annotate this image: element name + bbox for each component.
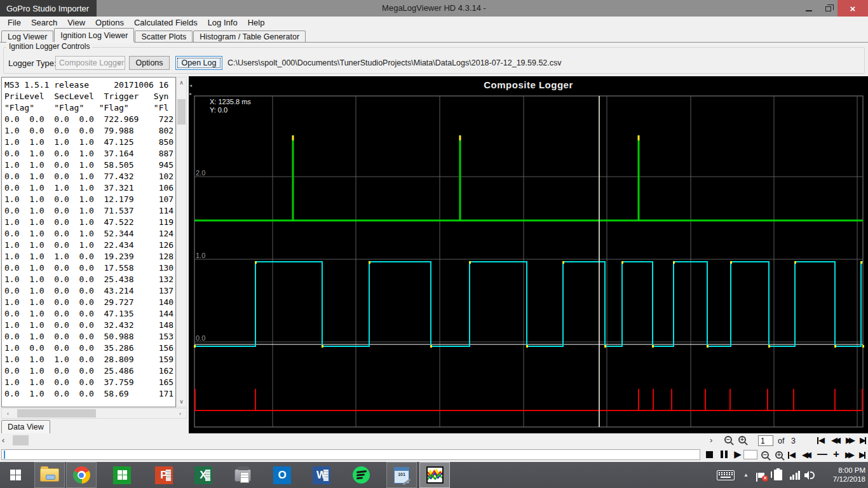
start-button[interactable] bbox=[0, 462, 31, 488]
svg-text:1.0: 1.0 bbox=[196, 252, 205, 259]
powerpoint-icon: P bbox=[155, 466, 173, 484]
table-row: 1.0 1.0 1.0 0.0 28.809 159 bbox=[4, 354, 175, 365]
fax-scanner-icon bbox=[234, 469, 251, 482]
taskbar-item-store[interactable] bbox=[109, 462, 135, 488]
pause-button[interactable] bbox=[717, 449, 730, 460]
table-row: 0.0 1.0 0.0 0.0 25.486 162 bbox=[4, 365, 175, 377]
composite-logger-plot[interactable]: 2.01.00.0 bbox=[189, 76, 868, 433]
taskbar-item-fax-scanner[interactable] bbox=[230, 462, 255, 488]
scrollbar-thumb[interactable] bbox=[177, 99, 186, 125]
table-row: 1.0 1.0 1.0 0.0 19.239 128 bbox=[4, 251, 175, 262]
tab-histogram-table-generator[interactable]: Histogram / Table Generator bbox=[193, 30, 306, 42]
zoom-out-icon[interactable]: − bbox=[761, 451, 769, 459]
log-text-view[interactable]: MS3 1.5.1 release 20171006 16PriLevel Se… bbox=[1, 77, 176, 407]
faster-button[interactable]: + bbox=[830, 449, 843, 460]
vertical-scrollbar[interactable]: ∧ ∨ bbox=[176, 77, 187, 407]
zoom-in-icon[interactable]: + bbox=[775, 451, 783, 459]
tunerstudio-icon: 101 bbox=[394, 467, 409, 484]
close-button[interactable]: × bbox=[837, 0, 868, 17]
tab-scatter-plots[interactable]: Scatter Plots bbox=[135, 30, 193, 42]
table-row: 0.0 0.0 0.0 0.0 722.969 722 bbox=[4, 114, 175, 125]
scroll-left-icon[interactable]: ‹ bbox=[3, 409, 13, 419]
table-row: 1.0 1.0 0.0 0.0 32.432 148 bbox=[4, 320, 175, 331]
scroll-right-icon[interactable]: › bbox=[175, 409, 185, 419]
taskbar-clock[interactable]: 8:00 PM 7/12/2018 bbox=[820, 462, 865, 488]
cursor-readout: X: 1235.8 ms Y: 0.0 bbox=[210, 98, 251, 114]
menu-item-search[interactable]: Search bbox=[26, 18, 62, 27]
taskbar-item-powerpoint[interactable]: P bbox=[151, 462, 177, 488]
table-row: 0.0 1.0 0.0 0.0 17.558 130 bbox=[4, 262, 175, 274]
seek-position[interactable] bbox=[4, 451, 5, 459]
network-signal-icon[interactable] bbox=[787, 462, 803, 488]
scroll-right-icon[interactable]: › bbox=[710, 435, 712, 445]
step-forward-button[interactable]: ▶▶ bbox=[845, 450, 851, 460]
excel-icon: X bbox=[194, 466, 212, 484]
seek-bar[interactable] bbox=[1, 449, 700, 460]
tab-data-view[interactable]: Data View bbox=[1, 420, 50, 433]
horizontal-scrollbar[interactable]: ‹ › bbox=[1, 408, 187, 419]
taskbar-item-outlook[interactable]: O bbox=[269, 462, 295, 488]
taskbar-item-word[interactable]: W bbox=[309, 462, 334, 488]
battery-icon[interactable] bbox=[770, 462, 786, 488]
taskbar-item-chrome[interactable] bbox=[66, 462, 97, 488]
scroll-left-icon[interactable]: ‹ bbox=[2, 435, 4, 445]
menu-item-calculated-fields[interactable]: Calculated Fields bbox=[129, 18, 203, 27]
outlook-icon: O bbox=[273, 466, 291, 484]
table-row: 1.0 1.0 0.0 0.0 37.759 165 bbox=[4, 377, 175, 388]
taskbar-item-tunerstudio[interactable]: 101 bbox=[386, 462, 417, 488]
taskbar-item-file-explorer[interactable] bbox=[34, 462, 65, 488]
tab-ignition-log-viewer[interactable]: Ignition Log Viewer bbox=[54, 28, 134, 42]
cursor-x-value: X: 1235.8 ms bbox=[210, 98, 251, 106]
chevron-down-icon: ∨ bbox=[117, 58, 122, 67]
go-end-button[interactable]: ▶ bbox=[859, 450, 865, 460]
play-button[interactable]: ▶ bbox=[731, 449, 744, 460]
zoom-in-icon[interactable]: + bbox=[738, 436, 746, 444]
touch-keyboard-icon[interactable] bbox=[714, 462, 737, 488]
options-button[interactable]: Options bbox=[129, 56, 170, 70]
taskbar-item-spotify[interactable] bbox=[348, 462, 374, 488]
title-bar: MegaLogViewer HD 4.3.14 - GoPro Studio I… bbox=[0, 0, 868, 17]
logger-type-select[interactable]: Composite Logger ∨ bbox=[55, 56, 125, 70]
first-page-button[interactable]: ◀ bbox=[817, 435, 824, 445]
taskbar-item-megalogviewer[interactable] bbox=[419, 462, 450, 488]
tab-bar: Log ViewerIgnition Log ViewerScatter Plo… bbox=[1, 28, 868, 42]
menu-item-options[interactable]: Options bbox=[90, 18, 129, 27]
scroll-up-icon[interactable]: ∧ bbox=[177, 78, 186, 88]
menu-item-view[interactable]: View bbox=[62, 18, 90, 27]
gopro-window-title[interactable]: GoPro Studio Importer bbox=[0, 0, 97, 17]
logger-type-label: Logger Type: bbox=[8, 58, 57, 68]
restore-button[interactable] bbox=[818, 0, 837, 17]
prev-page-button[interactable]: ◀◀ bbox=[831, 435, 837, 445]
tab-log-viewer[interactable]: Log Viewer bbox=[1, 30, 53, 42]
page-number-input[interactable]: 1 bbox=[758, 435, 773, 446]
open-log-button[interactable]: Open Log bbox=[175, 56, 222, 70]
go-start-button[interactable]: ◀ bbox=[788, 450, 794, 460]
zoom-out-icon[interactable]: − bbox=[724, 436, 732, 444]
scrollbar-thumb[interactable] bbox=[17, 409, 96, 417]
tray-expand-icon[interactable]: ▲ bbox=[739, 462, 753, 488]
table-row: 0.0 1.0 1.0 1.0 37.321 106 bbox=[4, 182, 175, 194]
volume-icon[interactable] bbox=[802, 462, 818, 488]
table-row: 1.0 0.0 0.0 0.0 79.988 802 bbox=[4, 125, 175, 137]
menu-item-file[interactable]: File bbox=[3, 18, 26, 27]
menu-item-log-info[interactable]: Log Info bbox=[203, 18, 243, 27]
table-row: 1.0 1.0 0.0 1.0 47.522 119 bbox=[4, 217, 175, 228]
step-back-button[interactable]: ◀◀ bbox=[802, 450, 808, 460]
next-page-button[interactable]: ▶▶ bbox=[846, 435, 852, 445]
action-center-flag-icon[interactable]: ✕ bbox=[754, 462, 769, 488]
taskbar-item-excel[interactable]: X bbox=[191, 462, 216, 488]
menu-item-help[interactable]: Help bbox=[243, 18, 270, 27]
slower-button[interactable]: — bbox=[816, 449, 829, 460]
minimize-button[interactable] bbox=[799, 0, 818, 17]
last-page-button[interactable]: ▶ bbox=[860, 435, 866, 445]
word-icon: W bbox=[313, 466, 330, 484]
scrollbar-thumb[interactable] bbox=[13, 435, 29, 445]
chrome-icon bbox=[73, 466, 90, 484]
table-row: 0.0 1.0 0.0 1.0 71.537 114 bbox=[4, 205, 175, 217]
windows-logo-icon bbox=[10, 470, 21, 480]
clock-time: 8:00 PM bbox=[820, 466, 865, 475]
table-row: 0.0 1.0 0.0 1.0 37.164 887 bbox=[4, 148, 175, 159]
scroll-down-icon[interactable]: ∨ bbox=[177, 396, 186, 407]
column-headers: PriLevel SecLevel Trigger Syn bbox=[4, 91, 175, 102]
stop-button[interactable] bbox=[703, 449, 715, 460]
